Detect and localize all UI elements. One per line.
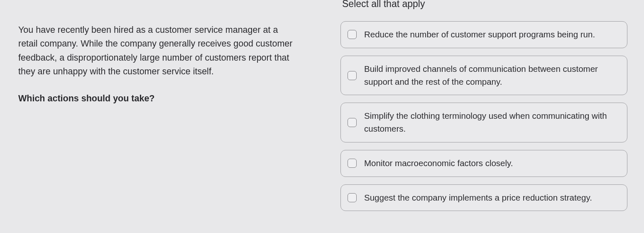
option-label: Monitor macroeconomic factors closely. — [364, 157, 513, 170]
checkbox-icon[interactable] — [348, 118, 357, 127]
option-card-1[interactable]: Build improved channels of communication… — [340, 56, 627, 96]
option-card-0[interactable]: Reduce the number of customer support pr… — [340, 21, 627, 48]
checkbox-icon[interactable] — [348, 71, 357, 80]
option-label: Build improved channels of communication… — [364, 63, 619, 88]
checkbox-icon[interactable] — [348, 159, 357, 168]
question-prompt: Which actions should you take? — [18, 92, 299, 105]
answers-panel: Select all that apply Reduce the number … — [324, 0, 644, 233]
option-card-4[interactable]: Suggest the company implements a price r… — [340, 184, 627, 211]
question-panel: You have recently been hired as a custom… — [0, 0, 324, 233]
option-card-2[interactable]: Simplify the clothing terminology used w… — [340, 103, 627, 142]
option-label: Reduce the number of customer support pr… — [364, 28, 595, 41]
option-label: Suggest the company implements a price r… — [364, 191, 592, 204]
instruction-text: Select all that apply — [340, 0, 627, 10]
checkbox-icon[interactable] — [348, 193, 357, 202]
option-label: Simplify the clothing terminology used w… — [364, 110, 619, 135]
scenario-text: You have recently been hired as a custom… — [18, 23, 299, 78]
checkbox-icon[interactable] — [348, 30, 357, 39]
option-card-3[interactable]: Monitor macroeconomic factors closely. — [340, 150, 627, 177]
